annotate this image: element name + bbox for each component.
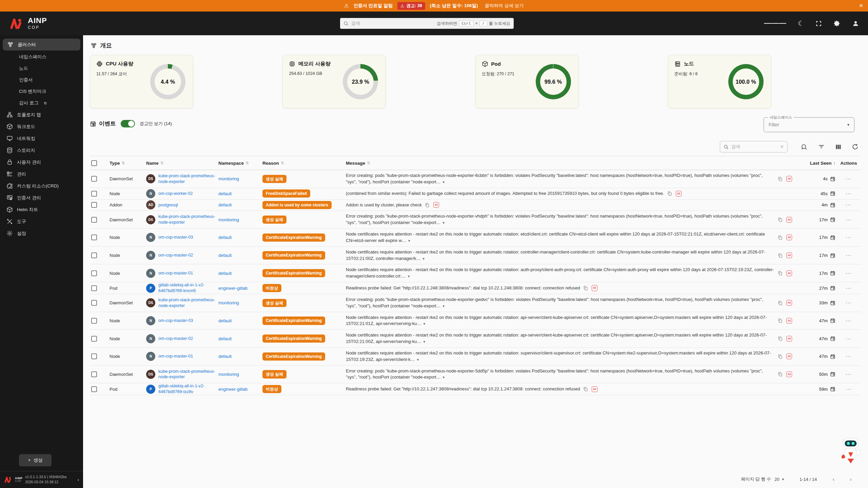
row-namespace-link[interactable]: default xyxy=(218,235,260,240)
account-icon[interactable] xyxy=(852,20,859,27)
ai-analyze-button[interactable]: AI xyxy=(786,336,792,342)
ai-analyze-button[interactable]: AI xyxy=(786,300,792,306)
row-namespace-link[interactable]: engineer-gitlab xyxy=(218,387,260,392)
calendar-icon[interactable] xyxy=(830,253,835,258)
row-namespace-link[interactable]: monitoring xyxy=(218,176,260,181)
resource-name-link[interactable]: postgresql xyxy=(158,202,178,208)
resource-name-link[interactable]: om-cop-master-01 xyxy=(158,353,193,359)
resource-name-link[interactable]: kube-prom-stack-prometheus-node-exporter xyxy=(158,214,216,225)
row-actions-menu[interactable]: ⋯ xyxy=(838,175,859,182)
filter-icon[interactable] xyxy=(818,143,825,150)
row-actions-menu[interactable]: ⋯ xyxy=(838,270,859,277)
sidebar-collapse-icon[interactable]: ‹ xyxy=(78,477,79,482)
resource-name-link[interactable]: om-cop-master-02 xyxy=(158,252,193,258)
calendar-icon[interactable] xyxy=(830,217,835,222)
banner-close-icon[interactable]: ✕ xyxy=(859,0,863,12)
copy-icon[interactable] xyxy=(777,253,783,258)
column-header-reason[interactable]: Reason⇅ xyxy=(262,161,343,166)
row-actions-menu[interactable]: ⋯ xyxy=(838,234,859,241)
select-all-checkbox[interactable] xyxy=(91,160,97,166)
row-namespace-link[interactable]: default xyxy=(218,202,260,207)
columns-icon[interactable] xyxy=(835,144,842,150)
expand-message-icon[interactable]: ▾ xyxy=(423,340,426,344)
calendar-icon[interactable] xyxy=(830,270,835,276)
ai-analyze-button[interactable]: AI xyxy=(433,202,439,208)
row-checkbox[interactable] xyxy=(91,285,97,291)
sidebar-item-8[interactable]: 네트워킹 xyxy=(0,133,83,144)
next-page-button[interactable]: › xyxy=(850,475,852,483)
expand-message-icon[interactable]: ▾ xyxy=(408,274,410,278)
banner-detail-link[interactable]: 클릭하여 상세 보기 xyxy=(485,3,524,9)
row-actions-menu[interactable]: ⋯ xyxy=(838,285,859,292)
resource-name-link[interactable]: kube-prom-stack-prometheus-node-exporter xyxy=(158,369,216,380)
copy-icon[interactable] xyxy=(425,202,430,208)
calendar-icon[interactable] xyxy=(830,202,835,208)
copy-icon[interactable] xyxy=(777,217,783,222)
row-checkbox[interactable] xyxy=(91,336,97,342)
expand-message-icon[interactable]: ▾ xyxy=(408,239,410,243)
expand-message-icon[interactable]: ▾ xyxy=(443,180,445,184)
row-namespace-link[interactable]: monitoring xyxy=(218,372,260,377)
ai-analyze-button[interactable]: AI xyxy=(786,235,792,240)
assistant-mascot[interactable] xyxy=(839,436,863,464)
row-checkbox[interactable] xyxy=(91,270,97,276)
fullscreen-icon[interactable] xyxy=(815,20,822,27)
ai-analyze-button[interactable]: AI xyxy=(592,386,597,392)
row-actions-menu[interactable]: ⋯ xyxy=(838,371,859,378)
row-namespace-link[interactable]: default xyxy=(218,191,260,196)
row-checkbox[interactable] xyxy=(91,371,97,377)
calendar-icon[interactable] xyxy=(830,354,835,359)
row-actions-menu[interactable]: ⋯ xyxy=(838,201,859,208)
sidebar-item-7[interactable]: 워크로드 xyxy=(0,121,83,133)
copy-icon[interactable] xyxy=(777,354,783,359)
resource-name-link[interactable]: gitlab-sidekiq-all-in-1-v2-6467bd9769-tx… xyxy=(158,383,216,395)
sidebar-item-2[interactable]: 노드 xyxy=(0,63,83,74)
copy-icon[interactable] xyxy=(777,270,783,276)
calendar-icon[interactable] xyxy=(830,371,835,377)
sidebar-item-3[interactable]: 인증서 xyxy=(0,74,83,86)
copy-icon[interactable] xyxy=(777,318,783,323)
copy-icon[interactable] xyxy=(777,371,783,377)
sidebar-item-13[interactable]: 인증서 관리 xyxy=(0,192,83,204)
settings-gear-icon[interactable] xyxy=(833,20,841,27)
resource-name-link[interactable]: kube-prom-stack-prometheus-node-exporter xyxy=(158,297,216,309)
copy-icon[interactable] xyxy=(583,285,588,291)
resource-name-link[interactable]: gitlab-sidekiq-all-in-1-v2-6467bd9769-kn… xyxy=(158,282,216,294)
expand-message-icon[interactable]: ▾ xyxy=(417,358,419,362)
resource-name-link[interactable]: om-cop-master-01 xyxy=(158,270,193,276)
table-search-input[interactable]: 검색 ✕ xyxy=(720,141,788,152)
clear-search-icon[interactable]: ✕ xyxy=(780,144,784,149)
sidebar-item-12[interactable]: 커스텀 리소스(CRD) xyxy=(0,180,83,192)
ai-analyze-button[interactable]: AI xyxy=(592,285,597,291)
row-actions-menu[interactable]: ⋯ xyxy=(838,252,859,259)
calendar-icon[interactable] xyxy=(830,386,835,392)
sidebar-item-4[interactable]: CIS 벤치마크 xyxy=(0,86,83,97)
expand-message-icon[interactable]: ▾ xyxy=(422,257,425,261)
copy-icon[interactable] xyxy=(777,336,783,341)
refresh-icon[interactable] xyxy=(852,143,859,150)
calendar-icon[interactable] xyxy=(830,336,835,341)
row-checkbox[interactable] xyxy=(91,176,97,182)
column-header-type[interactable]: Type⇅ xyxy=(110,161,143,166)
sidebar-item-5[interactable]: 감사 로그⧉ xyxy=(0,97,83,109)
ai-analyze-button[interactable]: AI xyxy=(786,176,792,182)
certificate-expiry-banner[interactable]: ⚠ 인증서 만료일 알림 ⚠ 경고: 39 (최소 남은 일수: 106일) 클… xyxy=(0,0,868,12)
sidebar-item-15[interactable]: 도구 xyxy=(0,216,83,227)
row-actions-menu[interactable]: ⋯ xyxy=(838,216,859,223)
column-header-last-seen[interactable]: Last Seen↑ xyxy=(795,161,835,166)
resource-name-link[interactable]: om-cop-master-03 xyxy=(158,318,193,324)
calendar-icon[interactable] xyxy=(830,300,835,306)
row-checkbox[interactable] xyxy=(91,252,97,258)
resource-name-link[interactable]: kube-prom-stack-prometheus-node-exporter xyxy=(158,173,216,185)
dark-mode-icon[interactable]: ☾ xyxy=(798,19,804,27)
ai-analyze-button[interactable]: AI xyxy=(786,252,792,258)
expand-message-icon[interactable]: ▾ xyxy=(443,304,445,308)
copy-icon[interactable] xyxy=(777,300,783,306)
global-search-input[interactable]: 검색 검색하려면 Ctrl + / 를 누르세요 xyxy=(340,18,514,29)
calendar-icon[interactable] xyxy=(830,176,835,182)
expand-message-icon[interactable]: ▾ xyxy=(423,322,426,326)
row-checkbox[interactable] xyxy=(91,300,97,306)
resource-name-link[interactable]: om-cop-master-02 xyxy=(158,336,193,342)
rows-per-page-select[interactable]: 20 ▾ xyxy=(774,477,784,482)
sidebar-item-10[interactable]: 사용자 관리 xyxy=(0,156,83,168)
